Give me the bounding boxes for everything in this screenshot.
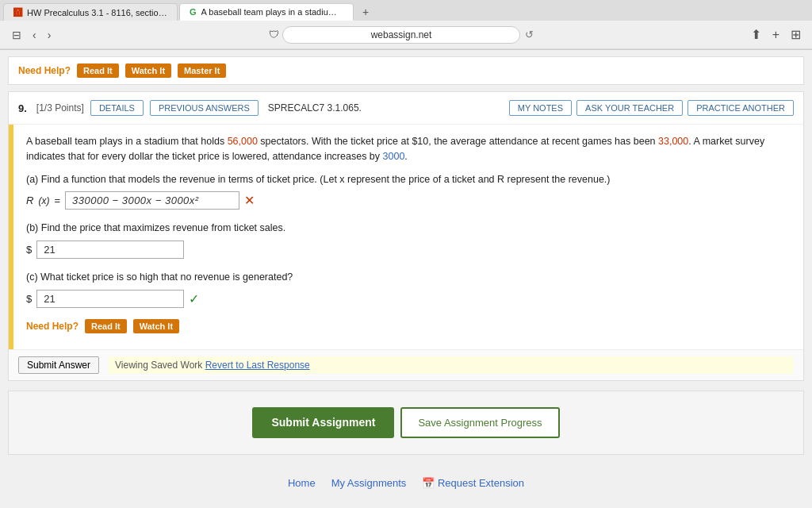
- new-tab-button[interactable]: +: [358, 4, 373, 20]
- reload-icon[interactable]: ↺: [525, 29, 534, 40]
- problem-code: SPRECALC7 3.1.065.: [268, 102, 362, 114]
- dollar-b: $: [26, 244, 32, 256]
- sub-a-answer-box[interactable]: 330000 − 3000x − 3000x²: [65, 191, 239, 210]
- request-extension-link[interactable]: 📅 Request Extension: [422, 477, 524, 489]
- viewing-text: Viewing Saved Work: [115, 360, 202, 371]
- sub-c-label: (c) What ticket price is so high that no…: [26, 270, 791, 285]
- need-help-label-top: Need Help?: [18, 65, 71, 76]
- browser-toolbar: ⊟ ‹ › 🛡 ↺ ⬆ + ⊞: [0, 21, 812, 49]
- viewing-saved-work: Viewing Saved Work Revert to Last Respon…: [109, 356, 794, 374]
- back-button[interactable]: ‹: [29, 27, 40, 43]
- header-right-buttons: MY NOTES ASK YOUR TEACHER PRACTICE ANOTH…: [509, 100, 794, 116]
- sub-a-label: (a) Find a function that models the reve…: [26, 172, 791, 187]
- previous-answers-button[interactable]: PREVIOUS ANSWERS: [150, 100, 259, 116]
- sub-question-a: (a) Find a function that models the reve…: [26, 172, 791, 210]
- spectators-number: 56,000: [228, 136, 258, 147]
- submit-assignment-button[interactable]: Submit Assignment: [252, 407, 394, 438]
- browser-chrome: 🅰 HW Precalculus 3.1 - 8116, section 001…: [0, 0, 812, 50]
- watch-it-button-top[interactable]: Watch It: [125, 64, 171, 78]
- question-container: 9. [1/3 Points] DETAILS PREVIOUS ANSWERS…: [8, 91, 804, 381]
- tab-label-2: A baseball team plays in a stadium that …: [201, 7, 343, 17]
- practice-another-button[interactable]: PRACTICE ANOTHER: [688, 100, 794, 116]
- error-icon-a: ✕: [244, 193, 255, 208]
- increase-number: 3000: [383, 151, 405, 162]
- browser-actions: ⬆ + ⊞: [748, 25, 804, 44]
- read-it-button-bottom[interactable]: Read It: [85, 319, 127, 333]
- page-content: Need Help? Read It Watch It Master It 9.…: [0, 56, 812, 502]
- forward-button[interactable]: ›: [44, 27, 56, 43]
- sub-a-answer-row: R(x) = 330000 − 3000x − 3000x² ✕: [26, 191, 791, 210]
- problem-text-4: .: [404, 151, 407, 162]
- tab-hw-precalculus[interactable]: 🅰 HW Precalculus 3.1 - 8116, section 001…: [3, 3, 178, 21]
- tab-favicon-1: 🅰: [13, 8, 22, 17]
- r-label: R: [26, 194, 33, 206]
- request-extension-text: Request Extension: [438, 477, 524, 489]
- tab-grid-button[interactable]: ⊞: [787, 25, 804, 44]
- shield-icon: 🛡: [269, 29, 279, 40]
- sub-question-b: (b) Find the price that maximizes revenu…: [26, 221, 791, 259]
- problem-text: A baseball team plays in a stadium that …: [26, 134, 791, 164]
- sub-c-input[interactable]: [36, 290, 184, 308]
- need-help-bar-bottom: Need Help? Read It Watch It: [26, 319, 791, 333]
- read-it-button-top[interactable]: Read It: [77, 64, 119, 78]
- nav-buttons: ⊟ ‹ ›: [8, 27, 55, 43]
- problem-text-2: spectators. With the ticket price at $10…: [258, 136, 658, 147]
- question-inner: A baseball team plays in a stadium that …: [13, 125, 803, 349]
- calendar-icon: 📅: [422, 477, 435, 489]
- save-progress-button[interactable]: Save Assignment Progress: [400, 407, 559, 438]
- master-it-button-top[interactable]: Master It: [178, 64, 226, 78]
- sidebar-toggle-button[interactable]: ⊟: [8, 27, 25, 43]
- home-link[interactable]: Home: [288, 477, 316, 489]
- helper-bar-top: Need Help? Read It Watch It Master It: [8, 56, 804, 85]
- sub-c-answer-row: $ ✓: [26, 290, 791, 308]
- address-input[interactable]: [282, 26, 520, 44]
- attendance-number: 33,000: [658, 136, 688, 147]
- dollar-c: $: [26, 293, 32, 305]
- my-assignments-link[interactable]: My Assignments: [331, 477, 407, 489]
- share-button[interactable]: ⬆: [748, 25, 764, 44]
- footer-links: Home My Assignments 📅 Request Extension: [0, 464, 812, 502]
- address-bar: 🛡 ↺: [61, 26, 741, 44]
- need-help-label-bottom: Need Help?: [26, 321, 79, 332]
- tab-label-1: HW Precalculus 3.1 - 8116, section 001, …: [27, 8, 167, 17]
- tabs-bar: 🅰 HW Precalculus 3.1 - 8116, section 001…: [0, 0, 812, 21]
- sub-b-answer-row: $: [26, 241, 791, 259]
- revert-link[interactable]: Revert to Last Response: [205, 360, 310, 371]
- details-button[interactable]: DETAILS: [90, 100, 144, 116]
- question-number: 9.: [18, 102, 27, 114]
- check-icon-c: ✓: [189, 291, 199, 306]
- points-badge: [1/3 Points]: [36, 102, 84, 114]
- eq-sign-a: =: [54, 194, 60, 206]
- watch-it-button-bottom[interactable]: Watch It: [133, 319, 179, 333]
- sub-b-input[interactable]: [36, 241, 184, 259]
- sub-question-c: (c) What ticket price is so high that no…: [26, 270, 791, 308]
- question-header: 9. [1/3 Points] DETAILS PREVIOUS ANSWERS…: [9, 92, 803, 125]
- ask-teacher-button[interactable]: ASK YOUR TEACHER: [576, 100, 683, 116]
- submit-answer-row: Submit Answer Viewing Saved Work Revert …: [9, 349, 803, 380]
- sub-a-formula: 330000 − 3000x − 3000x²: [72, 194, 199, 206]
- add-tab-button[interactable]: +: [769, 26, 783, 44]
- tab-favicon-2: G: [190, 7, 197, 17]
- question-body: A baseball team plays in a stadium that …: [9, 125, 803, 349]
- tab-baseball[interactable]: G A baseball team plays in a stadium tha…: [179, 3, 354, 21]
- sub-b-label: (b) Find the price that maximizes revenu…: [26, 221, 791, 236]
- problem-text-1: A baseball team plays in a stadium that …: [26, 136, 228, 147]
- action-bar: Submit Assignment Save Assignment Progre…: [8, 391, 804, 455]
- my-notes-button[interactable]: MY NOTES: [509, 100, 572, 116]
- submit-answer-button[interactable]: Submit Answer: [18, 356, 99, 374]
